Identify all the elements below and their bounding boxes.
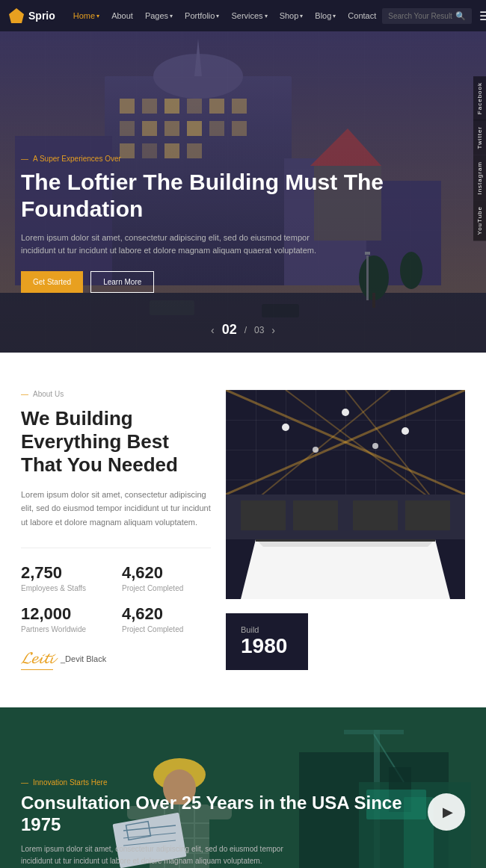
video-content: Innovation Starts Here Consultation Over… xyxy=(21,778,426,868)
chevron-down-icon: ▾ xyxy=(216,13,219,19)
svg-rect-15 xyxy=(232,121,247,136)
play-icon: ▶ xyxy=(443,804,453,820)
about-signature: 𝓛𝓮𝓲𝓽𝓲 _Devit Black xyxy=(21,648,211,670)
hero-section: Facebook Twitter Instagram YouTube A Sup… xyxy=(0,31,486,353)
svg-point-45 xyxy=(372,443,378,449)
stat-employees: 2,750 Employees & Staffs xyxy=(21,563,110,592)
nav-contact[interactable]: Contact xyxy=(342,0,382,31)
svg-rect-9 xyxy=(232,99,247,114)
stat-partners-number: 12,000 xyxy=(21,604,110,624)
stats-grid: 2,750 Employees & Staffs 4,620 Project C… xyxy=(21,563,211,633)
build-badge-label: Build xyxy=(241,625,293,634)
chevron-down-icon: ▾ xyxy=(333,13,336,19)
hamburger-menu-icon[interactable]: ☰ xyxy=(479,9,486,23)
video-super-text: Innovation Starts Here xyxy=(21,778,426,787)
nav-home[interactable]: Home ▾ xyxy=(67,0,105,31)
svg-rect-14 xyxy=(209,121,224,136)
nav-links: Home ▾ About Pages ▾ Portfolio ▾ Service… xyxy=(67,0,383,31)
svg-rect-12 xyxy=(164,121,179,136)
svg-point-41 xyxy=(282,424,289,431)
youtube-link[interactable]: YouTube xyxy=(473,200,486,241)
video-title: Consultation Over 25 Years in the USA Si… xyxy=(21,793,426,836)
svg-point-42 xyxy=(342,409,349,416)
svg-rect-4 xyxy=(120,99,135,114)
learn-more-button[interactable]: Learn More xyxy=(90,271,154,293)
signature-name: _Devit Black xyxy=(61,654,106,663)
stat-projects-1-number: 4,620 xyxy=(122,563,211,583)
chevron-down-icon: ▾ xyxy=(300,13,303,19)
svg-rect-54 xyxy=(241,500,286,530)
about-title: We Building Everything Best That You Nee… xyxy=(21,407,211,477)
hero-super-text: A Super Experiences Over xyxy=(21,155,426,163)
hero-title: The Loftier The Building Must The Founda… xyxy=(21,169,426,223)
signature-image: 𝓛𝓮𝓲𝓽𝓲 xyxy=(21,648,53,670)
svg-rect-5 xyxy=(142,99,157,114)
logo-text: Sprio xyxy=(28,10,55,22)
build-badge: Build 1980 xyxy=(226,613,308,670)
get-started-button[interactable]: Get Started xyxy=(21,271,83,293)
svg-rect-29 xyxy=(372,293,375,308)
nav-about[interactable]: About xyxy=(105,0,139,31)
search-bar[interactable]: 🔍 xyxy=(382,8,472,24)
search-icon: 🔍 xyxy=(455,11,466,21)
video-section: Innovation Starts Here Consultation Over… xyxy=(0,707,486,868)
chevron-down-icon: ▾ xyxy=(96,13,99,19)
svg-rect-8 xyxy=(209,99,224,114)
svg-rect-26 xyxy=(150,300,194,315)
total-slides: 03 xyxy=(254,325,264,335)
about-left-content: About Us We Building Everything Best Tha… xyxy=(21,390,211,670)
stat-employees-number: 2,750 xyxy=(21,563,110,583)
nav-blog[interactable]: Blog ▾ xyxy=(309,0,342,31)
about-right-content: Build 1980 xyxy=(226,390,465,670)
prev-slide-button[interactable]: ‹ xyxy=(211,324,215,336)
hero-content: A Super Experiences Over The Loftier The… xyxy=(21,155,426,293)
chevron-down-icon: ▾ xyxy=(265,13,268,19)
about-image xyxy=(226,390,465,599)
stat-projects-2: 4,620 Project Completed xyxy=(122,604,211,633)
instagram-link[interactable]: Instagram xyxy=(473,155,486,201)
stat-partners: 12,000 Partners Worldwide xyxy=(21,604,110,633)
svg-rect-10 xyxy=(120,121,135,136)
side-social: Facebook Twitter Instagram YouTube xyxy=(473,76,486,241)
hero-description: Lorem ipsum dolor sit amet, consectetur … xyxy=(21,232,320,258)
twitter-link[interactable]: Twitter xyxy=(473,120,486,155)
svg-rect-6 xyxy=(164,99,179,114)
logo-icon xyxy=(9,8,24,23)
stat-employees-label: Employees & Staffs xyxy=(21,584,110,592)
hero-buttons: Get Started Learn More xyxy=(21,271,426,293)
svg-point-44 xyxy=(313,447,319,453)
nav-shop[interactable]: Shop ▾ xyxy=(274,0,310,31)
svg-rect-13 xyxy=(187,121,202,136)
about-section-label: About Us xyxy=(21,390,211,398)
svg-rect-61 xyxy=(344,730,404,734)
about-divider xyxy=(21,548,211,548)
navbar: Sprio Home ▾ About Pages ▾ Portfolio ▾ S… xyxy=(0,0,486,31)
facebook-link[interactable]: Facebook xyxy=(473,76,486,120)
about-section: About Us We Building Everything Best Tha… xyxy=(0,353,486,707)
svg-rect-55 xyxy=(293,500,338,530)
video-description: Lorem ipsum dolor sit amet, consectetur … xyxy=(21,843,305,867)
logo[interactable]: Sprio xyxy=(9,8,55,23)
build-badge-year: 1980 xyxy=(241,634,293,658)
chevron-down-icon: ▾ xyxy=(170,13,173,19)
nav-portfolio[interactable]: Portfolio ▾ xyxy=(179,0,225,31)
svg-rect-11 xyxy=(142,121,157,136)
nav-services[interactable]: Services ▾ xyxy=(225,0,273,31)
svg-point-43 xyxy=(402,427,409,435)
svg-rect-27 xyxy=(262,304,299,317)
search-input[interactable] xyxy=(388,12,455,20)
svg-marker-46 xyxy=(241,539,450,599)
svg-rect-56 xyxy=(353,500,398,530)
stat-projects-1: 4,620 Project Completed xyxy=(122,563,211,592)
next-slide-button[interactable]: › xyxy=(271,324,275,336)
stat-projects-1-label: Project Completed xyxy=(122,584,211,592)
nav-pages[interactable]: Pages ▾ xyxy=(139,0,179,31)
stat-projects-2-number: 4,620 xyxy=(122,604,211,624)
svg-rect-57 xyxy=(405,500,450,530)
about-description: Lorem ipsum dolor sit amet, consectetur … xyxy=(21,488,211,530)
play-button[interactable]: ▶ xyxy=(428,793,465,831)
stat-projects-2-label: Project Completed xyxy=(122,625,211,633)
svg-rect-7 xyxy=(187,99,202,114)
current-slide: 02 xyxy=(222,322,237,338)
hero-pagination: ‹ 02 / 03 › xyxy=(211,322,275,338)
